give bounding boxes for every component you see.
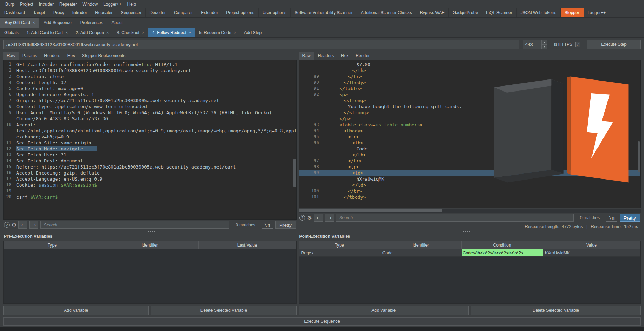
column-header-identifier[interactable]: Identifier [380, 241, 462, 249]
add-variable-button[interactable]: Add Variable [3, 306, 149, 315]
close-icon[interactable]: × [106, 31, 109, 35]
step-tab-5-redeem-code[interactable]: 5: Redeem Code× [195, 28, 240, 37]
tab-json-web-tokens[interactable]: JSON Web Tokens [517, 8, 561, 17]
request-tab-stepper-replacements[interactable]: Stepper Replacements [78, 52, 129, 60]
tab-proxy[interactable]: Proxy [49, 8, 68, 17]
tab-extender[interactable]: Extender [197, 8, 222, 17]
column-header-last-value[interactable]: Last Value [199, 241, 296, 249]
search-next-button[interactable]: → [29, 221, 38, 229]
execute-sequence-button[interactable]: Execute Sequence [3, 317, 641, 326]
tab-additional-scanner-checks[interactable]: Additional Scanner Checks [357, 8, 416, 17]
sequence-tab-add-sequence[interactable]: Add Sequence [39, 18, 76, 28]
column-header-condition[interactable]: Condition [462, 241, 543, 249]
request-line: 19 [4, 188, 296, 194]
tab-loggerplusplus[interactable]: Logger++ [584, 8, 610, 17]
tab-dashboard[interactable]: Dashboard [0, 8, 29, 17]
delete-selected-variable-button[interactable]: Delete Selected Variable [151, 306, 296, 315]
table-body[interactable]: RegexCodeCode</th>\s*?</tr>\s*?<tr>\s*?<… [299, 249, 640, 303]
port-increment-button[interactable]: ▲ [542, 40, 547, 44]
help-icon[interactable]: ? [4, 222, 10, 228]
tab-intruder[interactable]: Intruder [68, 8, 91, 17]
step-tab-4-follow-redirect[interactable]: 4: Follow Redirect× [148, 28, 195, 37]
request-search-input[interactable] [40, 221, 229, 229]
step-tab-globals[interactable]: Globals [0, 28, 23, 37]
menu-repeater[interactable]: Repeater [56, 1, 79, 7]
tab-software-vulnerability-scanner[interactable]: Software Vulnerability Scanner [291, 8, 357, 17]
close-icon[interactable]: × [33, 21, 35, 25]
request-editor[interactable]: 1GET /cart/order-confirmation?order-conf… [3, 60, 297, 220]
request-vertical-scrollbar[interactable] [293, 60, 296, 219]
tab-user-options[interactable]: User options [259, 8, 291, 17]
column-header-identifier[interactable]: Identifier [101, 241, 199, 249]
tab-repeater[interactable]: Repeater [91, 8, 117, 17]
pretty-button[interactable]: Pretty [620, 214, 640, 222]
menu-help[interactable]: Help [125, 1, 139, 7]
settings-gear-icon[interactable]: ⚙ [307, 215, 312, 221]
step-tab-1-add-card-to-cart[interactable]: 1: Add Card to Cart× [23, 28, 72, 37]
close-icon[interactable]: × [65, 31, 68, 35]
scrollbar-thumb[interactable] [293, 159, 296, 187]
response-editor[interactable]: $7.00</th>89</tr>90</tbody>91</table>92<… [299, 60, 641, 208]
port-decrement-button[interactable]: ▼ [542, 44, 547, 49]
host-input[interactable] [3, 40, 519, 49]
column-header-type[interactable]: Type [4, 241, 101, 249]
menu-project[interactable]: Project [17, 1, 36, 7]
delete-selected-variable-button[interactable]: Delete Selected Variable [471, 306, 641, 315]
column-header-type[interactable]: Type [299, 241, 380, 249]
splitter-grip[interactable] [148, 231, 155, 232]
table-body[interactable] [4, 249, 296, 303]
tab-sequencer[interactable]: Sequencer [117, 8, 146, 17]
close-icon[interactable]: × [142, 31, 144, 35]
table-row[interactable]: RegexCodeCode</th>\s*?</tr>\s*?<tr>\s*?<… [299, 249, 640, 257]
add-variable-button[interactable]: Add Variable [299, 306, 469, 315]
sequence-tab-preferences[interactable]: Preferences [76, 18, 108, 28]
help-icon[interactable]: ? [299, 215, 305, 221]
newline-toggle-button[interactable]: \n [606, 214, 617, 222]
request-tab-headers[interactable]: Headers [40, 52, 64, 60]
settings-gear-icon[interactable]: ⚙ [12, 222, 16, 228]
response-search-input[interactable] [336, 214, 574, 222]
tab-comparer[interactable]: Comparer [170, 8, 197, 17]
column-header-value[interactable]: Value [543, 241, 640, 249]
sequence-tab-buy-gift-card[interactable]: Buy Gift Card× [0, 18, 39, 28]
response-tab-raw[interactable]: Raw [299, 52, 314, 60]
search-next-button[interactable]: → [325, 214, 334, 222]
search-previous-button[interactable]: ← [314, 214, 323, 222]
response-horizontal-scrollbar[interactable] [299, 209, 641, 213]
scrollbar-thumb[interactable] [638, 141, 640, 172]
step-tab-3-checkout[interactable]: 3: Checkout× [113, 28, 148, 37]
port-input[interactable] [523, 40, 542, 49]
request-tab-raw[interactable]: Raw [3, 52, 19, 60]
response-tab-render[interactable]: Render [352, 52, 373, 60]
menu-loggerplusplus[interactable]: Logger++ [100, 1, 124, 7]
line-content: Accept-Language: en-US,en;q=0.9 [14, 176, 296, 182]
execute-step-button[interactable]: Execute Step [587, 40, 641, 49]
request-tab-params[interactable]: Params [19, 52, 40, 60]
newline-toggle-button[interactable]: \n [262, 221, 273, 229]
tab-stepper[interactable]: Stepper [561, 8, 584, 17]
response-tab-hex[interactable]: Hex [337, 52, 352, 60]
tab-project-options[interactable]: Project options [222, 8, 258, 17]
request-tab-hex[interactable]: Hex [64, 52, 78, 60]
tab-inql-scanner[interactable]: InQL Scanner [482, 8, 517, 17]
close-icon[interactable]: × [189, 31, 191, 35]
menu-window[interactable]: Window [79, 1, 100, 7]
tab-gadgetprobe[interactable]: GadgetProbe [449, 8, 482, 17]
tab-decoder[interactable]: Decoder [146, 8, 170, 17]
close-icon[interactable]: × [234, 31, 236, 35]
is-https-checkbox[interactable] [575, 42, 580, 47]
line-number: 8 [4, 104, 14, 110]
step-tab-2-add-coupon[interactable]: 2: Add Coupon× [72, 28, 112, 37]
response-tab-headers[interactable]: Headers [314, 52, 337, 60]
menu-intruder[interactable]: Intruder [36, 1, 56, 7]
menu-burp[interactable]: Burp [2, 1, 17, 7]
tab-bypass-waf[interactable]: Bypass WAF [416, 8, 449, 17]
pretty-button[interactable]: Pretty [275, 221, 296, 229]
tab-target[interactable]: Target [29, 8, 49, 17]
search-previous-button[interactable]: ← [18, 221, 27, 229]
sequence-tab-about[interactable]: About [107, 18, 127, 28]
splitter-grip[interactable] [463, 231, 470, 232]
response-vertical-scrollbar[interactable] [637, 60, 640, 208]
scrollbar-thumb[interactable] [299, 209, 442, 212]
step-tab-add-step[interactable]: Add Step [240, 28, 265, 37]
